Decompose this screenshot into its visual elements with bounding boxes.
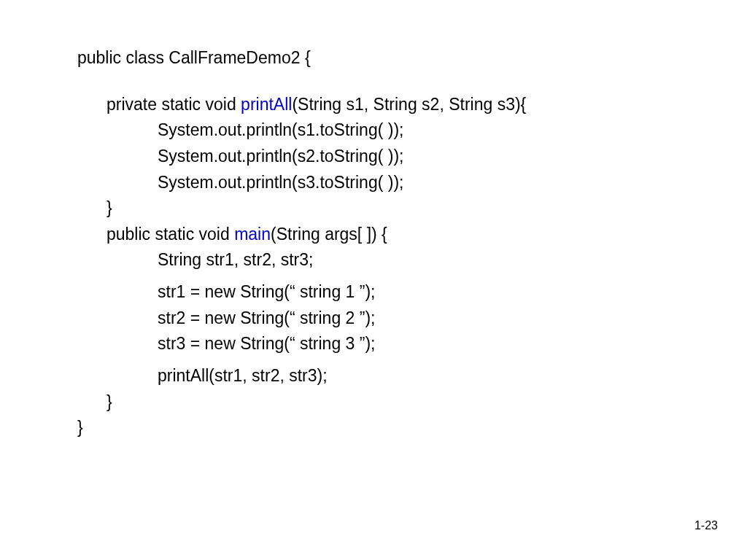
code-line: public class CallFrameDemo2 { [77, 45, 747, 71]
code-line: } [77, 195, 747, 222]
code-line: private static void printAll(String s1, … [77, 92, 747, 118]
code-line: System.out.println(s1.toString( )); [77, 117, 747, 144]
code-line: str1 = new String(“ string 1 ”); [77, 279, 747, 306]
code-text: (String args[ ]) { [271, 225, 387, 244]
code-line: str3 = new String(“ string 3 ”); [77, 331, 747, 357]
code-line: str2 = new String(“ string 2 ”); [77, 306, 747, 332]
code-line: System.out.println(s2.toString( )); [77, 144, 747, 170]
code-text: private static void [107, 95, 241, 114]
method-name: printAll [241, 95, 292, 114]
code-text: (String s1, String s2, String s3){ [292, 95, 526, 114]
page-number: 1-23 [694, 519, 718, 532]
code-line: printAll(str1, str2, str3); [77, 363, 747, 389]
code-slide: public class CallFrameDemo2 { private st… [0, 0, 747, 441]
code-text: public static void [107, 225, 234, 244]
code-line: String str1, str2, str3; [77, 247, 747, 273]
code-line: } [77, 415, 747, 441]
method-name: main [234, 225, 271, 244]
code-line: public static void main(String args[ ]) … [77, 222, 747, 248]
code-line: } [77, 389, 747, 416]
code-line: System.out.println(s3.toString( )); [77, 170, 747, 196]
